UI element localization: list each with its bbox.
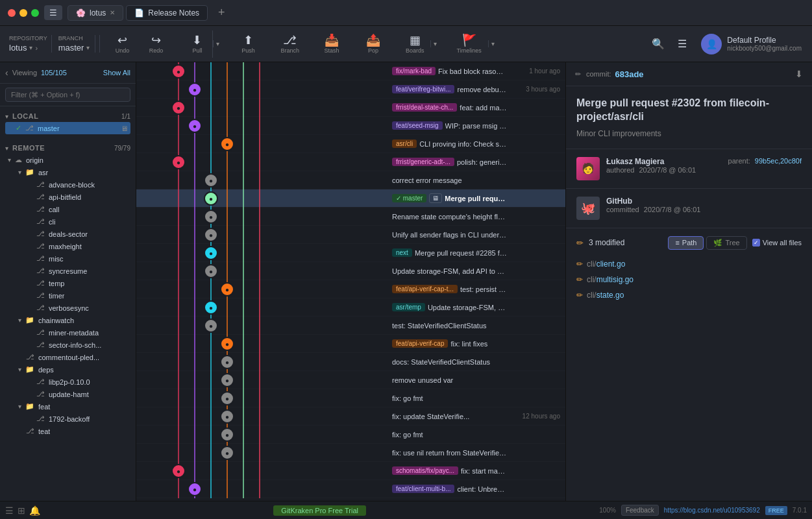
commit-row[interactable]: ●fix/mark-badFix bad block rason if Vali… (136, 62, 565, 80)
timelines-arrow-button[interactable]: ▾ (488, 40, 497, 47)
minimize-button[interactable] (19, 9, 27, 17)
sidebar-item-temp[interactable]: ⎇temp (26, 277, 130, 289)
commit-row[interactable]: ●asr/tempUpdate storage-FSM, add API to … (136, 298, 565, 317)
download-icon[interactable]: ⬇ (795, 69, 803, 79)
sidebar-item-master[interactable]: ✓ ⎇ master 🖥 (5, 122, 130, 134)
commit-row[interactable]: ●feat/api-verif-cap-t...test: persist ch… (136, 280, 565, 298)
file-item-2[interactable]: ✏ cli/multisig.go (576, 272, 802, 287)
commit-row[interactable]: ●Unify all sender flags in CLI under th.… (136, 226, 565, 244)
commit-row[interactable]: ●docs: StateVerifiedClientStatus (136, 353, 565, 371)
boards-arrow-button[interactable]: ▾ (430, 40, 439, 47)
sidebar-item-api-bitfield[interactable]: ⎇api-bitfield (26, 191, 130, 203)
repo-selector[interactable]: repository lotus ▾ › (9, 35, 47, 53)
sidebar-item-libp2p[interactable]: ⎇libp2p-0.10.0 (26, 376, 130, 388)
sidebar-item-teat[interactable]: ⎇teat (16, 425, 130, 437)
sidebar-item-origin[interactable]: ▾ ☁ origin (5, 154, 130, 166)
commit-row[interactable]: ●fix: use nil return from StateVerified.… (136, 444, 565, 462)
sidebar-item-chainwatch[interactable]: ▾ 📁 chainwatch (16, 314, 130, 326)
branch-selector[interactable]: branch master ▾ (58, 35, 96, 53)
trial-banner[interactable]: GitKraken Pro Free Trial (273, 505, 366, 516)
close-button[interactable] (8, 9, 16, 17)
sidebar-item-syncresume[interactable]: ⎇syncresume (26, 265, 130, 277)
file-item-1[interactable]: ✏ cli/client.go (576, 256, 802, 272)
sidebar-item-miner-metadata[interactable]: ⎇miner-metadata (26, 326, 130, 339)
redo-button[interactable]: ↪ Redo (140, 30, 171, 58)
sidebar-item-deals-sector[interactable]: ⎇deals-sector (26, 228, 130, 240)
commit-row[interactable]: ●Update storage-FSM, add API to set ... (136, 262, 565, 280)
branch-name[interactable]: master ▾ (58, 43, 90, 53)
branch-button[interactable]: ⎇ Branch (274, 30, 306, 58)
branch-name-text: master (58, 43, 84, 53)
sidebar-item-feat[interactable]: ▾ 📁 feat (16, 400, 130, 413)
commit-row[interactable]: ●feat/seed-msigWIP: parse msig accounts … (136, 117, 565, 135)
profile-button[interactable]: 👤 Default Profile nickbooty500@gmail.com (696, 31, 807, 57)
commit-row[interactable]: ●fix: go fmt (136, 426, 565, 444)
stash-button[interactable]: 📥 Stash (316, 30, 347, 58)
commit-row[interactable]: ●test: StateVerifiedClientStatus (136, 317, 565, 335)
commit-row[interactable]: ●nextMerge pull request #2285 from filec… (136, 244, 565, 262)
commit-row[interactable]: ●fix: update StateVerifie...12 hours ago (136, 407, 565, 426)
commit-row[interactable]: ●schomatis/fix/payc...fix: start maxLane… (136, 462, 565, 480)
menu-button[interactable]: ☰ (674, 34, 691, 54)
commit-row[interactable]: ●feat/client-multi-b...client: Unbreak r… (136, 480, 565, 498)
bottom-link[interactable]: https://blog.csdn.net/u010953692 (664, 507, 760, 514)
sidebar-item-timer[interactable]: ⎇timer (26, 289, 130, 302)
feedback-button[interactable]: Feedback (621, 505, 659, 516)
sidebar-back-icon[interactable]: ‹ (5, 67, 8, 78)
remote-header[interactable]: ▾ REMOTE 79/79 (5, 142, 130, 154)
sidebar-item-1792-backoff[interactable]: ⎇1792-backoff (26, 413, 130, 425)
pop-button[interactable]: 📤 Pop (358, 30, 389, 58)
path-view-button[interactable]: ≡ Path (668, 236, 704, 250)
local-header[interactable]: ▾ LOCAL 1/1 (5, 110, 130, 122)
new-tab-button[interactable]: + (213, 6, 230, 19)
sidebar-item-call[interactable]: ⎇call (26, 203, 130, 215)
repo-name[interactable]: lotus ▾ › (9, 43, 47, 53)
sidebar-toggle-button[interactable]: ☰ (44, 5, 62, 20)
commit-row[interactable]: ●remove unused var (136, 371, 565, 389)
commit-row[interactable]: ●frrist/deal-state-ch...feat: add market… (136, 99, 565, 117)
tab-lotus[interactable]: 🌸lotus✕ (68, 5, 123, 21)
list-icon-1[interactable]: ☰ (5, 505, 14, 516)
search-button[interactable]: 🔍 (648, 34, 669, 54)
pull-button[interactable]: ⬇ Pull (182, 30, 213, 58)
commit-row[interactable]: ●correct error message (136, 171, 565, 189)
undo-button[interactable]: ↩ Undo (106, 30, 138, 58)
asr-label: asr (38, 169, 48, 176)
tree-view-button[interactable]: 🌿 Tree (706, 236, 746, 250)
commit-row[interactable]: ●feat/api-verif-capfix: lint fixes (136, 335, 565, 353)
sidebar-item-commentout[interactable]: ⎇commentout-pled... (16, 351, 130, 363)
commit-row[interactable]: ●feat/verifreg-bitwi...remove debug logs… (136, 80, 565, 99)
commit-row[interactable]: ●frrist/generic-adt-...polish: genericiz… (136, 153, 565, 171)
commit-row[interactable]: ●Rename state compute's height flag ... (136, 208, 565, 226)
filter-input[interactable] (5, 88, 130, 102)
commit-msg-area: docs: StateVerifiedClientStatus (389, 358, 507, 366)
show-all-link[interactable]: Show All (103, 69, 130, 77)
sidebar-item-update-hamt[interactable]: ⎇update-hamt (26, 388, 130, 400)
list-icon-3[interactable]: 🔔 (29, 505, 40, 516)
tab-close-icon[interactable]: ✕ (110, 9, 115, 16)
boards-button[interactable]: ▦ Boards (399, 30, 431, 58)
maximize-button[interactable] (31, 9, 39, 17)
timelines-button[interactable]: 🚩 Timelines (450, 30, 487, 58)
sidebar-item-misc[interactable]: ⎇misc (26, 252, 130, 265)
sidebar-item-deps[interactable]: ▾ 📁 deps (16, 363, 130, 376)
sidebar-item-cli[interactable]: ⎇cli (26, 215, 130, 228)
sidebar-item-asr[interactable]: ▾ 📁 asr (16, 166, 130, 178)
commit-row[interactable]: ●✓ master🖥Merge pull request #2302 from … (136, 189, 565, 208)
sidebar-item-maxheight[interactable]: ⎇maxheight (26, 240, 130, 252)
sidebar-item-verbosesync[interactable]: ⎇verbosesync (26, 302, 130, 314)
graph-container[interactable]: ●fix/mark-badFix bad block rason if Vali… (136, 62, 565, 501)
view-all-files-label[interactable]: View all files (752, 239, 802, 247)
push-button[interactable]: ⬆ Push (232, 30, 264, 58)
file-item-3[interactable]: ✏ cli/state.go (576, 287, 802, 303)
sidebar-item-sector-info[interactable]: ⎇sector-info-sch... (26, 339, 130, 351)
edit-commit-icon[interactable]: ✏ (575, 70, 581, 78)
list-icon-2[interactable]: ⊞ (18, 505, 25, 516)
commit-message: Fix bad block rason if Vali... (438, 67, 507, 75)
commit-row[interactable]: ●asr/cliCLI proving info: Check sector i… (136, 135, 565, 153)
tab-release-notes[interactable]: 📄Release Notes (126, 5, 208, 21)
view-toggle: ≡ Path 🌿 Tree (668, 236, 746, 250)
commit-row[interactable]: ●fix: go fmt (136, 389, 565, 407)
sidebar-item-advance-block[interactable]: ⎇advance-block (26, 178, 130, 191)
pull-arrow-button[interactable]: ▾ (213, 40, 222, 47)
